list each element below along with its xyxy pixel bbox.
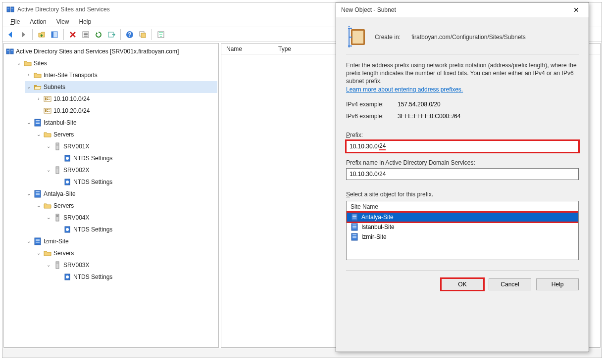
site-option-istanbul[interactable]: Istanbul-Site <box>347 222 578 232</box>
site-icon <box>34 119 42 127</box>
tree-server-srv004x[interactable]: ⌄SRV004X <box>45 212 217 224</box>
folder-icon <box>44 131 51 138</box>
prefix-label: Prefix: <box>346 132 579 138</box>
ntds-icon <box>63 273 71 281</box>
tree-servers[interactable]: ⌄Servers <box>35 247 217 259</box>
tree-servers[interactable]: ⌄Servers <box>35 129 217 140</box>
new-subnet-dialog: New Object - Subnet ✕ Create in: firatbo… <box>336 2 589 352</box>
expander-icon[interactable]: ⌄ <box>46 262 51 268</box>
tree-site-izmir[interactable]: ⌄Izmir-Site <box>25 235 217 247</box>
refresh-button[interactable] <box>93 29 104 41</box>
tree-servers[interactable]: ⌄Servers <box>35 200 217 212</box>
folder-icon <box>34 71 42 79</box>
ipv4-example: IPv4 example: 157.54.208.0/20 <box>346 101 579 108</box>
folder-open-icon <box>34 83 42 91</box>
expander-icon[interactable]: ⌄ <box>26 84 32 90</box>
folder-icon <box>24 59 32 67</box>
tree-ntds-settings[interactable]: NTDS Settings <box>54 152 217 164</box>
expander-icon[interactable]: ⌄ <box>46 167 51 173</box>
forward-button[interactable] <box>17 29 29 41</box>
expander-icon[interactable]: ⌄ <box>26 238 32 244</box>
app-icon <box>6 5 14 13</box>
site-icon <box>351 233 358 241</box>
col-site-name: Site Name <box>347 201 578 212</box>
show-hide-tree-button[interactable] <box>49 29 60 41</box>
ntds-icon <box>63 226 71 233</box>
tree-sites[interactable]: ⌄ Sites <box>15 57 217 69</box>
server-icon <box>53 261 61 269</box>
tree-server-srv002x[interactable]: ⌄SRV002X <box>45 164 217 176</box>
subnet-big-icon <box>346 26 368 48</box>
close-button[interactable]: ✕ <box>569 2 584 17</box>
tree-inter-site-transports[interactable]: ›Inter-Site Transports <box>25 69 217 81</box>
expander-icon[interactable]: ⌄ <box>36 203 42 209</box>
server-icon <box>53 166 61 174</box>
help-button[interactable] <box>124 29 136 41</box>
folder-icon <box>44 202 51 210</box>
tree-pane[interactable]: Active Directory Sites and Services [SRV… <box>3 43 219 348</box>
subnet-icon <box>44 107 51 115</box>
site-listbox[interactable]: Site Name Antalya-Site Istanbul-Site Izm… <box>346 201 579 260</box>
tree-server-srv003x[interactable]: ⌄SRV003X <box>45 259 217 271</box>
menu-file[interactable]: File <box>5 17 25 26</box>
col-name[interactable]: Name <box>221 45 273 53</box>
site-icon <box>34 190 42 198</box>
tree-site-istanbul[interactable]: ⌄Istanbul-Site <box>25 117 217 129</box>
tree-subnet-2[interactable]: 10.10.20.0/24 <box>35 105 217 117</box>
filter-button[interactable] <box>155 29 167 41</box>
app-icon <box>6 47 14 55</box>
expander-icon[interactable]: ⌄ <box>26 120 32 126</box>
dialog-titlebar: New Object - Subnet ✕ <box>336 2 589 17</box>
select-site-label: Select a site object for this prefix. <box>346 191 579 198</box>
server-icon <box>53 142 61 150</box>
expander-icon[interactable]: › <box>36 96 42 102</box>
site-icon <box>34 237 42 245</box>
create-in-path: firatboyan.com/Configuration/Sites/Subne… <box>411 34 526 41</box>
menu-action[interactable]: Action <box>25 17 51 26</box>
site-option-izmir[interactable]: Izmir-Site <box>347 232 578 242</box>
site-icon <box>351 223 358 231</box>
ok-button[interactable]: OK <box>441 278 484 290</box>
menu-view[interactable]: View <box>51 17 74 26</box>
ipv6-example: IPv6 example: 3FFE:FFFF:0:C000::/64 <box>346 113 579 120</box>
delete-button[interactable] <box>67 29 79 41</box>
help-button[interactable]: Help <box>536 278 579 290</box>
tree-root[interactable]: Active Directory Sites and Services [SRV… <box>5 46 217 57</box>
menu-help[interactable]: Help <box>74 17 97 26</box>
dialog-header: Create in: firatboyan.com/Configuration/… <box>346 23 579 54</box>
expander-icon[interactable]: › <box>26 72 32 78</box>
ntds-icon <box>63 178 71 186</box>
tree-ntds-settings[interactable]: NTDS Settings <box>54 224 217 235</box>
properties-button[interactable] <box>80 29 92 41</box>
ntds-icon <box>63 154 71 162</box>
window-title: Active Directory Sites and Services <box>17 6 110 13</box>
tree-ntds-settings[interactable]: NTDS Settings <box>54 176 217 188</box>
back-button[interactable] <box>4 29 16 41</box>
expander-icon[interactable]: ⌄ <box>46 215 51 221</box>
tree-site-antalya[interactable]: ⌄Antalya-Site <box>25 188 217 200</box>
expander-icon[interactable]: ⌄ <box>16 60 22 66</box>
col-type[interactable]: Type <box>273 45 296 53</box>
prefix-input[interactable]: 10.10.30.0/24 <box>346 140 579 152</box>
learn-more-link[interactable]: Learn more about entering address prefix… <box>346 86 579 93</box>
prefixname-output <box>346 168 579 180</box>
instruction-text: Enter the address prefix using network p… <box>346 61 579 85</box>
server-icon <box>53 214 61 222</box>
expander-icon[interactable]: ⌄ <box>26 191 32 197</box>
tree-subnets[interactable]: ⌄Subnets <box>25 81 217 93</box>
site-option-antalya[interactable]: Antalya-Site <box>347 212 578 222</box>
cancel-button[interactable]: Cancel <box>489 278 531 290</box>
expander-icon[interactable]: ⌄ <box>36 132 42 137</box>
up-button[interactable] <box>36 29 48 41</box>
dialog-button-row: OK Cancel Help <box>346 270 579 298</box>
expander-icon[interactable]: ⌄ <box>36 250 42 256</box>
folder-icon <box>44 249 51 257</box>
export-button[interactable] <box>105 29 117 41</box>
tree-ntds-settings[interactable]: NTDS Settings <box>54 271 217 283</box>
tree-subnet-1[interactable]: ›10.10.10.0/24 <box>35 93 217 105</box>
site-icon <box>351 213 358 221</box>
expander-icon[interactable]: ⌄ <box>46 143 51 149</box>
prefixname-label: Prefix name in Active Directory Domain S… <box>346 159 579 166</box>
tree-server-srv001x[interactable]: ⌄SRV001X <box>45 140 217 152</box>
new-window-button[interactable] <box>137 29 149 41</box>
